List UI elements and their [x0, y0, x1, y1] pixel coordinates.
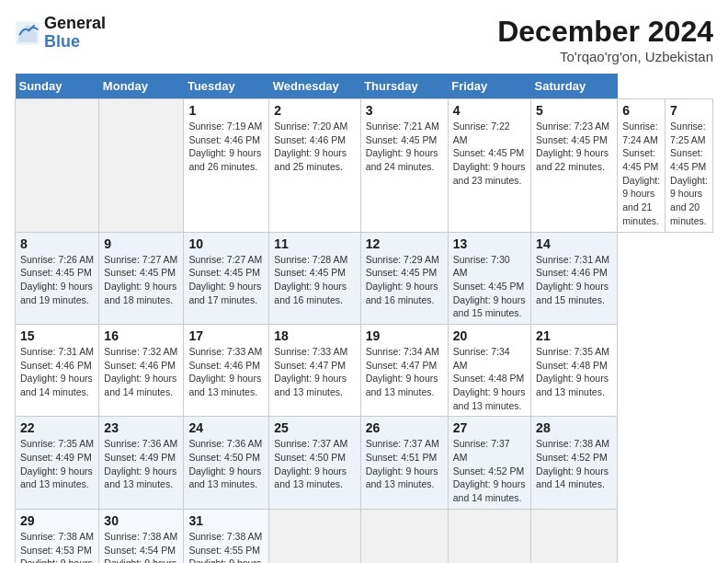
page-header: General Blue December 2024 To'rqao'rg'on…: [15, 15, 713, 64]
day-info: Sunrise: 7:37 AMSunset: 4:50 PMDaylight:…: [274, 437, 355, 491]
day-info: Sunrise: 7:36 AMSunset: 4:49 PMDaylight:…: [104, 437, 178, 491]
day-info: Sunrise: 7:38 AMSunset: 4:52 PMDaylight:…: [536, 437, 612, 491]
day-info: Sunrise: 7:38 AMSunset: 4:53 PMDaylight:…: [20, 530, 94, 563]
calendar-cell: 4Sunrise: 7:22 AMSunset: 4:45 PMDaylight…: [448, 99, 530, 233]
day-number: 17: [188, 328, 264, 343]
day-number: 18: [274, 328, 355, 343]
day-number: 11: [274, 236, 355, 251]
day-number: 16: [104, 328, 178, 343]
day-info: Sunrise: 7:29 AMSunset: 4:45 PMDaylight:…: [366, 253, 443, 307]
day-number: 10: [188, 236, 264, 251]
calendar-cell: 1Sunrise: 7:19 AMSunset: 4:46 PMDaylight…: [184, 99, 269, 233]
day-info: Sunrise: 7:36 AMSunset: 4:50 PMDaylight:…: [188, 437, 264, 491]
day-number: 19: [366, 328, 443, 343]
day-number: 28: [536, 420, 612, 435]
day-number: 2: [274, 103, 355, 118]
calendar-cell: 5Sunrise: 7:23 AMSunset: 4:45 PMDaylight…: [531, 99, 618, 233]
day-number: 20: [453, 328, 526, 343]
day-info: Sunrise: 7:23 AMSunset: 4:45 PMDaylight:…: [536, 120, 612, 174]
day-number: 14: [536, 236, 612, 251]
day-number: 12: [366, 236, 443, 251]
day-info: Sunrise: 7:31 AMSunset: 4:46 PMDaylight:…: [536, 253, 612, 307]
calendar-cell: 10Sunrise: 7:27 AMSunset: 4:45 PMDayligh…: [184, 232, 269, 324]
calendar-header-row: SundayMondayTuesdayWednesdayThursdayFrid…: [16, 74, 713, 99]
day-number: 15: [20, 328, 94, 343]
calendar-cell: [448, 509, 530, 563]
day-number: 24: [188, 420, 264, 435]
calendar-week-row: 22Sunrise: 7:35 AMSunset: 4:49 PMDayligh…: [16, 417, 713, 509]
calendar-cell: 12Sunrise: 7:29 AMSunset: 4:45 PMDayligh…: [360, 232, 448, 324]
calendar-cell: 3Sunrise: 7:21 AMSunset: 4:45 PMDaylight…: [360, 99, 448, 233]
calendar-cell: 24Sunrise: 7:36 AMSunset: 4:50 PMDayligh…: [184, 417, 269, 509]
calendar-cell: 14Sunrise: 7:31 AMSunset: 4:46 PMDayligh…: [531, 232, 618, 324]
calendar-cell: [531, 509, 618, 563]
day-info: Sunrise: 7:24 AMSunset: 4:45 PMDaylight:…: [622, 120, 660, 228]
day-number: 26: [366, 420, 443, 435]
day-info: Sunrise: 7:35 AMSunset: 4:49 PMDaylight:…: [20, 437, 94, 491]
calendar-cell: 11Sunrise: 7:28 AMSunset: 4:45 PMDayligh…: [269, 232, 360, 324]
calendar-cell: 20Sunrise: 7:34 AMSunset: 4:48 PMDayligh…: [448, 324, 530, 416]
day-number: 27: [453, 420, 526, 435]
calendar-cell: 15Sunrise: 7:31 AMSunset: 4:46 PMDayligh…: [16, 324, 99, 416]
calendar-cell: 19Sunrise: 7:34 AMSunset: 4:47 PMDayligh…: [360, 324, 448, 416]
calendar-table: SundayMondayTuesdayWednesdayThursdayFrid…: [15, 74, 713, 563]
calendar-cell: 6Sunrise: 7:24 AMSunset: 4:45 PMDaylight…: [618, 99, 665, 233]
day-info: Sunrise: 7:32 AMSunset: 4:46 PMDaylight:…: [104, 345, 178, 399]
day-info: Sunrise: 7:26 AMSunset: 4:45 PMDaylight:…: [20, 253, 94, 307]
calendar-cell: 21Sunrise: 7:35 AMSunset: 4:48 PMDayligh…: [531, 324, 618, 416]
day-number: 3: [366, 103, 443, 118]
day-number: 30: [104, 513, 178, 528]
day-info: Sunrise: 7:38 AMSunset: 4:55 PMDaylight:…: [188, 530, 264, 563]
day-number: 1: [188, 103, 264, 118]
weekday-header-monday: Monday: [99, 74, 184, 99]
calendar-cell: [360, 509, 448, 563]
day-info: Sunrise: 7:35 AMSunset: 4:48 PMDaylight:…: [536, 345, 612, 399]
day-info: Sunrise: 7:38 AMSunset: 4:54 PMDaylight:…: [104, 530, 178, 563]
day-info: Sunrise: 7:28 AMSunset: 4:45 PMDaylight:…: [274, 253, 355, 307]
day-info: Sunrise: 7:20 AMSunset: 4:46 PMDaylight:…: [274, 120, 355, 174]
day-info: Sunrise: 7:31 AMSunset: 4:46 PMDaylight:…: [20, 345, 94, 399]
calendar-cell: 8Sunrise: 7:26 AMSunset: 4:45 PMDaylight…: [16, 232, 99, 324]
day-number: 21: [536, 328, 612, 343]
day-number: 4: [453, 103, 526, 118]
day-info: Sunrise: 7:33 AMSunset: 4:46 PMDaylight:…: [188, 345, 264, 399]
day-info: Sunrise: 7:34 AMSunset: 4:48 PMDaylight:…: [453, 345, 526, 412]
calendar-cell: 25Sunrise: 7:37 AMSunset: 4:50 PMDayligh…: [269, 417, 360, 509]
weekday-header-saturday: Saturday: [531, 74, 618, 99]
weekday-header-friday: Friday: [448, 74, 530, 99]
day-info: Sunrise: 7:27 AMSunset: 4:45 PMDaylight:…: [188, 253, 264, 307]
day-number: 25: [274, 420, 355, 435]
day-info: Sunrise: 7:21 AMSunset: 4:45 PMDaylight:…: [366, 120, 443, 174]
day-number: 9: [104, 236, 178, 251]
calendar-cell: 22Sunrise: 7:35 AMSunset: 4:49 PMDayligh…: [16, 417, 99, 509]
month-year-title: December 2024: [497, 15, 713, 49]
calendar-cell: [16, 99, 99, 233]
day-number: 22: [20, 420, 94, 435]
calendar-cell: [269, 509, 360, 563]
day-info: Sunrise: 7:37 AMSunset: 4:51 PMDaylight:…: [366, 437, 443, 491]
day-number: 29: [20, 513, 94, 528]
calendar-cell: 2Sunrise: 7:20 AMSunset: 4:46 PMDaylight…: [269, 99, 360, 233]
logo: General Blue: [15, 15, 106, 52]
day-number: 5: [536, 103, 612, 118]
day-number: 6: [622, 103, 660, 118]
day-number: 7: [670, 103, 708, 118]
day-number: 8: [20, 236, 94, 251]
day-info: Sunrise: 7:25 AMSunset: 4:45 PMDaylight:…: [670, 120, 708, 228]
calendar-cell: 13Sunrise: 7:30 AMSunset: 4:45 PMDayligh…: [448, 232, 530, 324]
calendar-cell: 29Sunrise: 7:38 AMSunset: 4:53 PMDayligh…: [16, 509, 99, 563]
day-info: Sunrise: 7:27 AMSunset: 4:45 PMDaylight:…: [104, 253, 178, 307]
calendar-cell: 31Sunrise: 7:38 AMSunset: 4:55 PMDayligh…: [184, 509, 269, 563]
day-number: 31: [188, 513, 264, 528]
weekday-header-wednesday: Wednesday: [269, 74, 360, 99]
calendar-cell: 9Sunrise: 7:27 AMSunset: 4:45 PMDaylight…: [99, 232, 184, 324]
calendar-cell: 18Sunrise: 7:33 AMSunset: 4:47 PMDayligh…: [269, 324, 360, 416]
logo-text: General Blue: [44, 15, 106, 52]
day-info: Sunrise: 7:33 AMSunset: 4:47 PMDaylight:…: [274, 345, 355, 399]
location-subtitle: To'rqao'rg'on, Uzbekistan: [497, 49, 713, 64]
logo-icon: [15, 20, 40, 46]
day-info: Sunrise: 7:34 AMSunset: 4:47 PMDaylight:…: [366, 345, 443, 399]
calendar-cell: 28Sunrise: 7:38 AMSunset: 4:52 PMDayligh…: [531, 417, 618, 509]
calendar-week-row: 1Sunrise: 7:19 AMSunset: 4:46 PMDaylight…: [16, 99, 713, 233]
day-info: Sunrise: 7:30 AMSunset: 4:45 PMDaylight:…: [453, 253, 526, 320]
